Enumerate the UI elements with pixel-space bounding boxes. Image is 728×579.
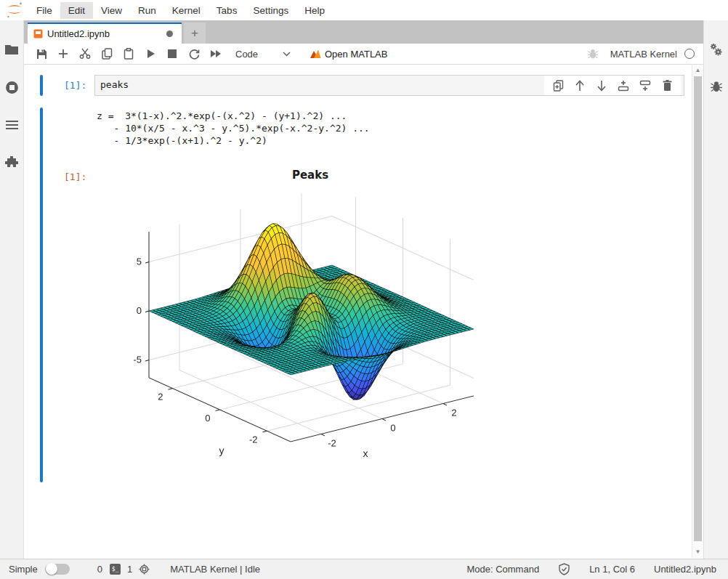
jupyter-logo-icon [5, 1, 24, 19]
restart-kernel-button[interactable] [183, 44, 205, 63]
move-cell-up-button[interactable] [569, 77, 591, 94]
clipboard-icon [124, 48, 134, 60]
toggle-knob [46, 563, 57, 575]
duplicate-cell-button[interactable] [547, 77, 569, 94]
table-of-contents-tab[interactable] [0, 106, 24, 144]
new-tab-button[interactable]: + [184, 23, 206, 44]
insert-below-icon [639, 80, 651, 92]
kernel-name[interactable]: MATLAB Kernel [610, 49, 677, 60]
copy-cells-button[interactable] [96, 44, 118, 63]
notebook-panel: [1]: peaks [24, 65, 703, 558]
insert-cell-button[interactable] [52, 44, 74, 63]
scrollbar-thumb[interactable] [694, 76, 702, 541]
menu-item-help[interactable]: Help [296, 2, 333, 19]
copy-icon [102, 48, 113, 60]
cut-cells-button[interactable] [74, 44, 96, 63]
notebook-file-icon [33, 29, 43, 39]
tab-label: Untitled2.ipynb [47, 28, 166, 39]
menu-item-kernel[interactable]: Kernel [164, 2, 209, 19]
matlab-logo-icon [310, 49, 321, 60]
scissors-icon [79, 48, 91, 60]
plus-icon [58, 49, 68, 59]
tab-untitled2[interactable]: Untitled2.ipynb [28, 23, 182, 44]
terminal-icon: $_ [110, 564, 121, 575]
input-collapser[interactable] [40, 75, 43, 96]
insert-cell-below-button[interactable] [634, 77, 656, 94]
folder-icon [4, 44, 19, 55]
gears-icon [709, 43, 724, 57]
output-prompt: [1]: [64, 171, 86, 182]
cursor-position[interactable]: Ln 1, Col 6 [589, 564, 635, 575]
debugger-tab[interactable] [704, 68, 728, 105]
open-matlab-label: Open MATLAB [325, 49, 387, 60]
file-browser-tab[interactable] [0, 31, 24, 68]
running-icon [5, 81, 19, 94]
toolbar-right-group: MATLAB Kernel [587, 48, 695, 60]
output-collapser[interactable] [40, 108, 43, 482]
cell-type-value: Code [235, 49, 258, 60]
chevron-down-icon [283, 52, 291, 57]
cell-code: peaks [100, 79, 129, 90]
menu-item-tabs[interactable]: Tabs [209, 2, 246, 19]
kernel-chip-icon [139, 564, 150, 575]
right-sidebar [703, 20, 728, 559]
kernel-status-icon[interactable] [684, 49, 695, 59]
mode-indicator[interactable]: Mode: Command [466, 564, 539, 575]
unsaved-changes-dot[interactable] [166, 31, 173, 37]
cell-toolbar [544, 76, 681, 95]
scrollbar-up-arrow[interactable]: ▲ [692, 66, 703, 75]
cell-type-dropdown[interactable]: Code [235, 49, 294, 60]
insert-cell-above-button[interactable] [612, 77, 634, 94]
menu-bar: FileEditViewRunKernelTabsSettingsHelp [0, 0, 728, 20]
menu-item-settings[interactable]: Settings [245, 2, 296, 19]
stop-icon [168, 49, 177, 58]
bug-icon [710, 80, 723, 93]
running-sessions-tab[interactable] [0, 68, 24, 106]
main-area: Untitled2.ipynb + [24, 20, 703, 559]
extension-manager-tab[interactable] [0, 144, 24, 182]
delete-cell-button[interactable] [656, 77, 678, 94]
notebook-toolbar: Code Open MATLAB MATLAB Kernel [24, 44, 703, 65]
arrow-up-icon [575, 80, 585, 92]
menu-item-run[interactable]: Run [130, 2, 164, 19]
insert-above-icon [618, 80, 629, 92]
property-inspector-tab[interactable] [704, 32, 728, 68]
run-cell-button[interactable] [139, 44, 161, 63]
notebook-scrollbar[interactable]: ▲ ▼ [692, 65, 703, 558]
debugger-bug-icon[interactable] [587, 48, 599, 60]
kernel-count[interactable]: 1 [127, 564, 132, 575]
status-bar: Simple 0 $_ 1 MATLAB Kernel | Idle Mode:… [0, 559, 728, 579]
status-bar-right: Mode: Command Ln 1, Col 6 Untitled2.ipyn… [466, 563, 716, 575]
left-sidebar [0, 20, 24, 559]
output-plot: Peaks [97, 166, 554, 471]
run-icon [146, 49, 155, 59]
arrow-down-icon [596, 80, 607, 92]
fast-forward-icon [210, 49, 222, 58]
save-button[interactable] [31, 44, 52, 63]
output-text: z = 3*(1-x).^2.*exp(-(x.^2) - (y+1).^2) … [97, 110, 370, 147]
menu-item-file[interactable]: File [28, 2, 60, 19]
menu-item-view[interactable]: View [93, 2, 130, 19]
simple-mode-label: Simple [9, 564, 38, 575]
peaks-surface-plot [97, 166, 554, 469]
status-filename: Untitled2.ipynb [654, 564, 716, 575]
restart-run-all-button[interactable] [205, 44, 227, 63]
puzzle-icon [5, 156, 18, 169]
simple-mode-toggle[interactable] [45, 564, 70, 575]
paste-cells-button[interactable] [118, 44, 139, 63]
kernel-state-text[interactable]: MATLAB Kernel | Idle [170, 564, 260, 575]
tab-bar: Untitled2.ipynb + [24, 20, 703, 44]
move-cell-down-button[interactable] [591, 77, 612, 94]
trusted-shield-icon [558, 563, 570, 575]
terminal-count[interactable]: 0 [97, 564, 102, 575]
menu-bar-items: FileEditViewRunKernelTabsSettingsHelp [28, 2, 333, 19]
menu-item-edit[interactable]: Edit [60, 2, 93, 19]
list-icon [5, 120, 19, 130]
interrupt-kernel-button[interactable] [161, 44, 183, 63]
jupyterlab-window: FileEditViewRunKernelTabsSettingsHelp [0, 0, 728, 579]
trash-icon [663, 80, 672, 91]
open-matlab-button[interactable]: Open MATLAB [310, 49, 387, 60]
save-icon [36, 49, 47, 60]
restart-icon [189, 49, 200, 60]
scrollbar-down-arrow[interactable]: ▼ [692, 548, 703, 556]
